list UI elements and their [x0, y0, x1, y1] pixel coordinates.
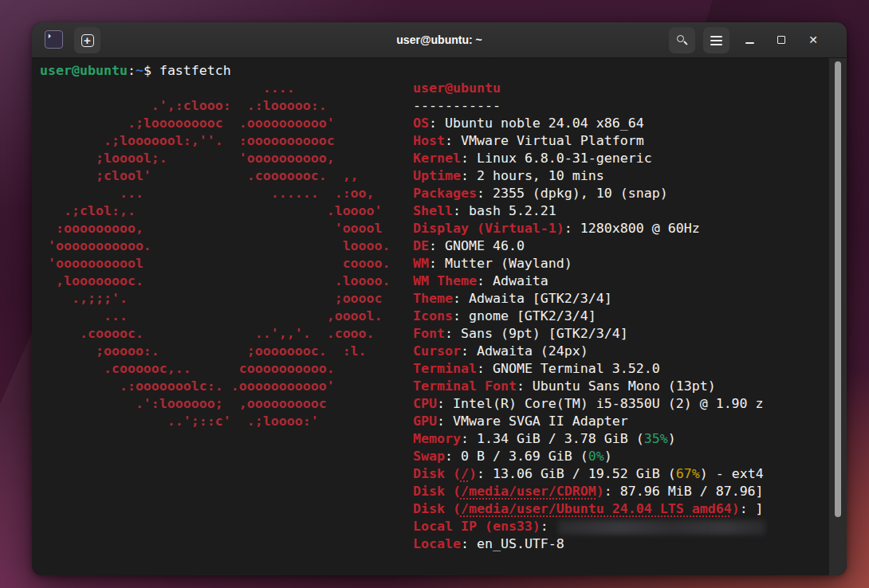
close-icon: ✕ [808, 34, 818, 45]
maximize-icon [777, 36, 785, 44]
fastfetch-info-line: Shell: bash 5.2.21 [413, 202, 765, 220]
terminal-window: ⏵ + user@ubuntu: ~ ✕ user@ubuntu:~$ fast… [32, 22, 847, 575]
redacted-ip-value [558, 520, 765, 535]
menu-button[interactable] [703, 27, 729, 53]
close-button[interactable]: ✕ [802, 29, 824, 51]
minimize-button[interactable] [738, 29, 761, 51]
fastfetch-info-line: Icons: gnome [GTK2/3/4] [413, 308, 765, 325]
fastfetch-info-line: ----------- [413, 97, 765, 115]
fastfetch-info-line: Terminal Font: Ubuntu Sans Mono (13pt) [413, 378, 765, 395]
new-tab-plus-icon: + [81, 34, 94, 47]
fastfetch-info-line: Local IP (ens33): [413, 518, 765, 535]
prompt-glyph: ⏵ [48, 33, 51, 40]
ubuntu-ascii-logo: .... .',:clooo: .:looooo:. .;looooooooc … [40, 80, 391, 430]
fastfetch-info-column: user@ubuntu-----------OS: Ubuntu noble 2… [413, 80, 765, 553]
fastfetch-info-line: OS: Ubuntu noble 24.04 x86_64 [413, 115, 765, 132]
fastfetch-info-line: Disk (/media/user/Ubuntu 24.04 LTS amd64… [413, 500, 765, 518]
window-title: user@ubuntu: ~ [396, 22, 482, 57]
window-headerbar[interactable]: ⏵ + user@ubuntu: ~ ✕ [32, 22, 847, 58]
fastfetch-info-line: Font: Sans (9pt) [GTK2/3/4] [413, 325, 765, 343]
fastfetch-info-line: Locale: en_US.UTF-8 [413, 535, 765, 553]
minimize-icon [745, 42, 754, 44]
fastfetch-info-line: DE: GNOME 46.0 [413, 237, 765, 255]
fastfetch-info-line: Theme: Adwaita [GTK2/3/4] [413, 290, 765, 308]
maximize-button[interactable] [770, 29, 792, 51]
fastfetch-info-line: Host: VMware Virtual Platform [413, 132, 765, 150]
fastfetch-info-line: Disk (/media/user/CDROM): 87.96 MiB / 87… [413, 483, 765, 500]
fastfetch-info-line: Cursor: Adwaita (24px) [413, 343, 765, 360]
fastfetch-info-line: Packages: 2355 (dpkg), 10 (snap) [413, 185, 765, 202]
fastfetch-info-line: WM: Mutter (Wayland) [413, 255, 765, 272]
shell-prompt-line: user@ubuntu:~$ fastfetch [40, 62, 231, 80]
new-tab-button[interactable]: + [74, 27, 100, 53]
fastfetch-info-line: CPU: Intel(R) Core(TM) i5-8350U (2) @ 1.… [413, 395, 765, 413]
fastfetch-info-line: Kernel: Linux 6.8.0-31-generic [413, 150, 765, 167]
fastfetch-info-line: GPU: VMware SVGA II Adapter [413, 413, 765, 430]
fastfetch-info-line: WM Theme: Adwaita [413, 272, 765, 290]
fastfetch-info-line: Display (Virtual-1): 1280x800 @ 60Hz [413, 220, 765, 237]
search-button[interactable] [669, 27, 695, 53]
terminal-app-icon: ⏵ [45, 30, 63, 49]
terminal-screen[interactable]: user@ubuntu:~$ fastfetch .... .',:clooo:… [32, 58, 847, 575]
fastfetch-info-line: user@ubuntu [413, 80, 765, 97]
scrollbar-thumb[interactable] [835, 61, 841, 517]
fastfetch-info-line: Memory: 1.34 GiB / 3.78 GiB (35%) [413, 430, 765, 448]
scrollbar-track[interactable] [829, 58, 847, 575]
fastfetch-info-line: Swap: 0 B / 3.69 GiB (0%) [413, 448, 765, 465]
hamburger-menu-icon [710, 36, 722, 45]
fastfetch-info-line: Uptime: 2 hours, 10 mins [413, 167, 765, 185]
desktop: { "palette": { "red": "#c0242f", "art_re… [0, 0, 869, 588]
search-icon [676, 34, 689, 47]
fastfetch-info-line: Terminal: GNOME Terminal 3.52.0 [413, 360, 765, 378]
fastfetch-info-line: Disk (/): 13.06 GiB / 19.52 GiB (67%) - … [413, 465, 765, 483]
